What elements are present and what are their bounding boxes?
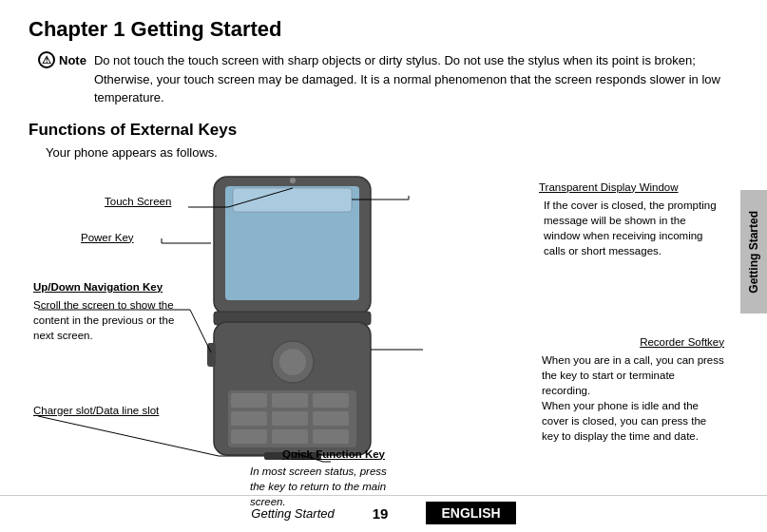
- footer-page: 19: [373, 505, 389, 522]
- quick-fn-title-label: Quick Function Key: [282, 448, 385, 460]
- power-key-label: Power Key: [81, 232, 134, 243]
- svg-rect-17: [207, 343, 216, 367]
- svg-rect-19: [233, 188, 352, 212]
- diagram-area: Touch Screen Power Key Up/Down Navigatio…: [29, 167, 738, 490]
- note-text: Do not touch the touch screen with sharp…: [94, 51, 738, 107]
- svg-rect-3: [214, 312, 371, 325]
- svg-rect-16: [313, 429, 349, 444]
- svg-rect-10: [313, 393, 349, 408]
- chapter-title: Chapter 1 Getting Started: [29, 17, 738, 42]
- sidebar-label: Getting Started: [747, 211, 760, 294]
- svg-point-5: [272, 341, 314, 383]
- intro-text: Your phone appears as follows.: [29, 145, 738, 160]
- sidebar-tab: Getting Started: [740, 190, 767, 314]
- note-block: ⚠ Note Do not touch the touch screen wit…: [29, 51, 738, 107]
- touch-screen-label: Touch Screen: [105, 196, 171, 207]
- updown-key-label: Up/Down Navigation Key: [33, 281, 163, 293]
- svg-rect-0: [214, 177, 371, 314]
- svg-point-6: [279, 349, 306, 375]
- svg-rect-15: [272, 429, 308, 444]
- svg-rect-7: [228, 390, 356, 447]
- svg-point-2: [290, 178, 296, 183]
- footer: Getting Started 19 ENGLISH: [0, 495, 767, 524]
- svg-line-27: [38, 416, 219, 456]
- transparent-desc: If the cover is closed, the prompting me…: [544, 198, 724, 258]
- recorder-desc: When you are in a call, you can press th…: [542, 352, 724, 445]
- transparent-title-label: Transparent Display Window: [539, 181, 724, 193]
- recorder-title-label: Recorder Softkey: [640, 336, 724, 348]
- charger-slot-label: Charger slot/Data line slot: [33, 405, 159, 416]
- section-title: Functions of External Keys: [29, 121, 738, 140]
- svg-rect-11: [231, 411, 267, 426]
- updown-key-desc: Scroll the screen to show the content in…: [33, 297, 181, 343]
- svg-rect-1: [225, 186, 359, 300]
- warning-icon: ⚠: [38, 51, 55, 68]
- footer-badge: ENGLISH: [426, 502, 515, 524]
- svg-rect-8: [231, 393, 267, 408]
- note-label: Note: [59, 53, 86, 67]
- svg-rect-4: [214, 322, 371, 455]
- svg-rect-14: [231, 429, 267, 444]
- svg-line-24: [190, 310, 211, 352]
- note-icon: ⚠ Note: [38, 51, 86, 68]
- svg-rect-12: [272, 411, 308, 426]
- svg-rect-13: [313, 411, 349, 426]
- svg-line-20: [228, 188, 293, 207]
- svg-rect-9: [272, 393, 308, 408]
- page-wrapper: Chapter 1 Getting Started ⚠ Note Do not …: [0, 0, 767, 532]
- footer-text: Getting Started: [251, 506, 334, 521]
